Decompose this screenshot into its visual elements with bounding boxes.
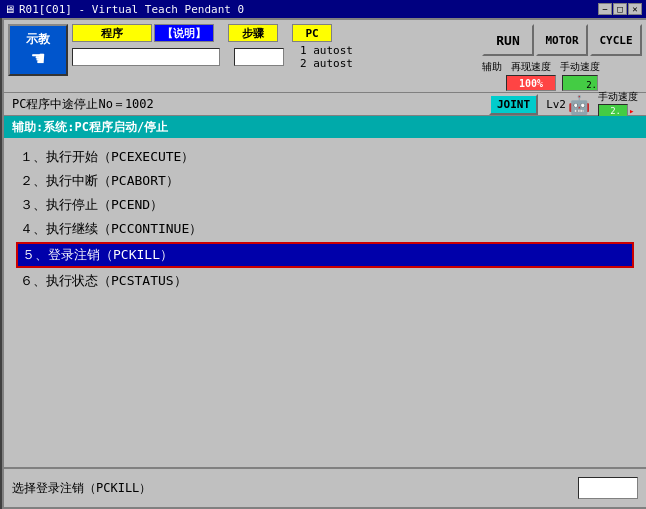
title-controls: − □ ✕ — [598, 3, 642, 15]
cycle-button[interactable]: CYCLE — [590, 24, 642, 56]
pc-line-2: 2 autost — [298, 57, 368, 70]
manual-speed-label-right: 手动速度 — [598, 91, 638, 102]
menu-item-6[interactable]: ６、执行状态（PCSTATUS） — [16, 270, 634, 292]
assist-header: 辅助:系统:PC程序启动/停止 — [4, 116, 646, 138]
maximize-button[interactable]: □ — [613, 3, 627, 15]
menu-item-2[interactable]: ２、执行中断（PCABORT） — [16, 170, 634, 192]
joint-label: JOINT — [497, 98, 530, 111]
column-labels: 程序 【说明】 步骤 PC — [72, 24, 478, 42]
title-bar: 🖥 R01[C01] - Virtual Teach Pendant 0 − □… — [0, 0, 646, 18]
menu-item-4[interactable]: ４、执行继续（PCCONTINUE） — [16, 218, 634, 240]
assist-header-text: 辅助:系统:PC程序启动/停止 — [12, 119, 168, 136]
pc-list: 1 autost 2 autost — [298, 44, 368, 70]
status-bar: PC程序中途停止No＝1002 JOINT Lv2 🤖 手动速度 2. ▸ — [4, 92, 646, 116]
manual-speed-fill: 2. — [563, 76, 597, 90]
teach-button[interactable]: 示教 ☚ — [8, 24, 68, 76]
title-text: R01[C01] - Virtual Teach Pendant 0 — [19, 3, 244, 16]
lv-label: Lv2 — [546, 98, 566, 111]
content-area: １、执行开始（PCEXECUTE）２、执行中断（PCABORT）３、执行停止（P… — [4, 138, 646, 467]
program-input[interactable] — [72, 48, 220, 66]
robot-icon: 🤖 — [568, 94, 590, 115]
toolbar: 示教 ☚ 程序 【说明】 步骤 PC 1 autost — [4, 20, 646, 92]
joint-button[interactable]: JOINT — [489, 94, 538, 115]
bottom-area: 选择登录注销（PCKILL） — [4, 467, 646, 507]
comment-label: 【说明】 — [154, 24, 214, 42]
run-button[interactable]: RUN — [482, 24, 534, 56]
assist-label: 辅助 — [482, 60, 502, 74]
teach-wrapper: 示教 ☚ — [8, 24, 68, 88]
program-inputs-row: 1 autost 2 autost — [72, 44, 478, 70]
top-right-buttons: RUN MOTOR CYCLE — [482, 24, 642, 56]
menu-item-1[interactable]: １、执行开始（PCEXECUTE） — [16, 146, 634, 168]
manual-speed-val-right: 2. — [610, 106, 621, 116]
manual-speed-value: 2. — [586, 80, 597, 90]
pc-label: PC — [292, 24, 332, 42]
hand-icon: ☚ — [31, 48, 44, 70]
replay-speed-label: 再现速度 — [511, 60, 551, 74]
main-window: 示教 ☚ 程序 【说明】 步骤 PC 1 autost — [2, 18, 646, 509]
replay-speed-value: 100% — [519, 78, 543, 89]
teach-label: 示教 — [26, 31, 50, 48]
menu-item-5[interactable]: ５、登录注销（PCKILL） — [16, 242, 634, 268]
step-input[interactable] — [234, 48, 284, 66]
assist-col: 辅助 — [482, 60, 502, 91]
motor-button[interactable]: MOTOR — [536, 24, 588, 56]
lv2-area: Lv2 🤖 — [546, 94, 590, 115]
menu-item-3[interactable]: ３、执行停止（PCEND） — [16, 194, 634, 216]
manual-speed-right-label: 手动速度 2. ▸ — [598, 90, 638, 118]
step-label: 步骤 — [228, 24, 278, 42]
pc-line-1: 1 autost — [298, 44, 368, 57]
replay-speed-col: 再现速度 100% — [506, 60, 556, 91]
replay-speed-fill: 100% — [507, 76, 555, 90]
replay-speed-bar: 100% — [506, 75, 556, 91]
minimize-button[interactable]: − — [598, 3, 612, 15]
manual-speed-bar: 2. — [562, 75, 598, 91]
manual-speed-label: 手动速度 — [560, 60, 600, 74]
bottom-label: 选择登录注销（PCKILL） — [12, 480, 151, 497]
program-area: 程序 【说明】 步骤 PC 1 autost 2 autost — [72, 24, 478, 88]
right-buttons: RUN MOTOR CYCLE 辅助 再现速度 100% 手动速度 — [482, 24, 642, 88]
close-button[interactable]: ✕ — [628, 3, 642, 15]
app-icon: 🖥 — [4, 3, 15, 16]
title-bar-left: 🖥 R01[C01] - Virtual Teach Pendant 0 — [4, 3, 244, 16]
bottom-input[interactable] — [578, 477, 638, 499]
prog-label: 程序 — [72, 24, 152, 42]
status-text: PC程序中途停止No＝1002 — [12, 96, 481, 113]
manual-speed-col: 手动速度 2. — [560, 60, 600, 91]
speed-area: 辅助 再现速度 100% 手动速度 2. — [482, 60, 642, 91]
